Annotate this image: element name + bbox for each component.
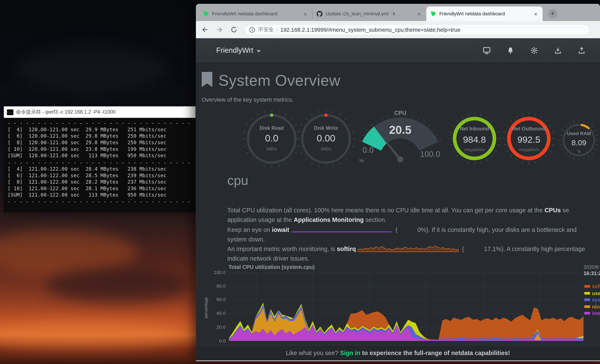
terminal-title: 命令提示符 - iperf3 -c 192.168.1.2 -P4 -t1000	[16, 109, 116, 115]
cpu-gauge-arc	[356, 109, 444, 168]
page-subtitle: Overview of the key system metrics.	[202, 96, 294, 103]
url-text[interactable]: 192.168.2.1:19999/#menu_system_submenu_c…	[280, 27, 460, 33]
import-snapshot-button[interactable]	[546, 38, 570, 63]
legend-item-softirq[interactable]: softirq	[584, 284, 600, 289]
forward-icon	[216, 26, 223, 33]
legend-swatch	[584, 285, 590, 288]
page-title: System Overview	[218, 72, 340, 89]
link-applications-monitoring[interactable]: Applications Monitoring	[294, 216, 364, 223]
terminal-line: [ 10] 121.00-122.00 sec 28.1 MBytes 236 …	[8, 185, 192, 192]
tab-close-icon[interactable]: ×	[416, 11, 422, 17]
netdata-favicon	[430, 11, 436, 17]
gauge-label: Used RAM	[556, 131, 600, 136]
terminal-line: [ 8] 120.00-121.00 sec 29.8 MBytes 250 M…	[8, 139, 192, 146]
terminal-line: - - - - - - - - - - - - - - - - - - - - …	[8, 120, 192, 126]
signin-link[interactable]: Sign in	[340, 350, 360, 356]
cpu-gauge[interactable]: CPU 20.5 0.0 100.0 %	[356, 109, 444, 168]
y-tick: 80.0	[208, 284, 226, 289]
desktop: C:\. 命令提示符 - iperf3 -c 192.168.1.2 -P4 -…	[0, 0, 600, 364]
legend-item-nice[interactable]: nice	[584, 304, 600, 309]
alarms-button[interactable]	[498, 38, 522, 63]
tab-friendlywrt-2-active[interactable]: FriendlyWrt netdata dashboard ×	[426, 7, 543, 21]
terminal-titlebar[interactable]: C:\. 命令提示符 - iperf3 -c 192.168.1.2 -P4 -…	[4, 106, 196, 118]
disk-write-dot	[324, 113, 328, 117]
tab-title: FriendlyWrt netdata dashboard	[212, 11, 299, 16]
security-label: 不安全	[258, 26, 274, 33]
forward-button[interactable]	[214, 24, 225, 35]
url-bar[interactable]: 不安全 192.168.2.1:19999/#menu_system_subme…	[244, 24, 590, 35]
signin-bar: Like what you see? Sign in to experience…	[196, 345, 600, 360]
net-outbound-gauge[interactable]: Net Outbound 992.5 megabits/s	[500, 110, 558, 167]
netdata-favicon	[203, 11, 209, 17]
gauge-max: 100.0	[417, 149, 444, 159]
terminal-window[interactable]: C:\. 命令提示符 - iperf3 -c 192.168.1.2 -P4 -…	[4, 106, 196, 210]
softirq-sparkline	[357, 245, 459, 252]
wallpaper-cloud	[46, 268, 191, 302]
legend-label: iowait	[592, 310, 600, 316]
text-iowait: iowait	[272, 226, 289, 233]
settings-button[interactable]	[522, 38, 546, 63]
legend-label: user	[592, 290, 600, 296]
link-cpus[interactable]: CPUs	[544, 207, 561, 214]
terminal-line: [ 10] 120.00-121.00 sec 23.8 MBytes 199 …	[8, 146, 192, 152]
legend-item-iowait[interactable]: iowait	[584, 310, 600, 316]
disk-read-gauge[interactable]: Disk Read 0.0 MiB/s	[241, 108, 302, 169]
text: section.	[364, 216, 387, 223]
bookmark-icon	[202, 72, 212, 87]
host-name: FriendlyWrt	[216, 46, 253, 55]
tab-close-icon[interactable]: ×	[302, 11, 309, 17]
export-snapshot-button[interactable]	[569, 38, 593, 63]
legend-item-user[interactable]: user	[584, 290, 600, 296]
new-tab-button[interactable]: +	[548, 9, 557, 18]
tab-title: FriendlyWrt netdata dashboard	[439, 11, 530, 16]
section-heading-cpu: cpu	[227, 173, 248, 188]
terminal-line: [SUM] 120.00-121.00 sec 113 MBytes 950 M…	[8, 152, 192, 159]
text: An important metric worth monitoring, is	[227, 246, 337, 252]
terminal-line: [ 4] 120.00-121.00 sec 29.9 MBytes 251 M…	[8, 126, 192, 133]
chevron-down-icon	[257, 50, 260, 52]
tab-close-icon[interactable]: ×	[533, 11, 539, 17]
gauge-label: Disk Read	[241, 125, 302, 131]
net-inbound-gauge[interactable]: Net Inbound 984.8 megabits/s	[446, 110, 503, 167]
print-dashboard-button[interactable]	[474, 38, 498, 63]
chart-title: Total CPU utilization (system.cpu)	[228, 264, 315, 270]
iowait-sparkline	[291, 226, 392, 233]
legend-item-system[interactable]: system	[584, 297, 600, 302]
github-favicon	[316, 11, 323, 17]
text: 17.1%). A constantly high percentage	[484, 246, 585, 252]
signin-suffix: to experience the full-range of netdata …	[360, 350, 510, 356]
host-dropdown[interactable]: FriendlyWrt	[196, 38, 277, 63]
browser-window-edge	[196, 360, 600, 361]
legend-label: system	[592, 297, 600, 302]
text: (	[460, 246, 464, 252]
tab-github[interactable]: Update r2s_lean_minimal.yml · k ×	[313, 7, 426, 21]
text: 0%). If it is constantly high, your disk…	[417, 226, 577, 233]
terminal-line: - - - - - - - - - - - - - - - - - - - - …	[8, 198, 192, 205]
legend-swatch	[584, 292, 590, 294]
disk-write-gauge[interactable]: Disk Write 0.00 MiB/s	[295, 108, 356, 169]
info-icon[interactable]	[249, 27, 255, 33]
reload-button[interactable]	[228, 24, 240, 35]
back-button[interactable]	[199, 24, 210, 35]
monitor-icon	[483, 46, 491, 55]
y-axis-label: percentage	[204, 289, 208, 327]
gauge-label: Disk Write	[295, 125, 356, 131]
used-ram-gauge[interactable]: Used RAM 8.09 %	[556, 117, 600, 163]
browser-window: FriendlyWrt netdata dashboard × Update r…	[196, 4, 600, 360]
chart-date: 2020年3	[584, 264, 600, 271]
terminal-output: - - - - - - - - - - - - - - - - - - - - …	[4, 118, 196, 212]
disk-read-dot	[270, 113, 273, 117]
text: se	[561, 207, 569, 214]
text: (	[394, 226, 397, 233]
wallpaper-cloud	[0, 321, 176, 348]
y-tick: 40.0	[208, 311, 226, 316]
text: Keep an eye on	[227, 226, 272, 233]
gauge-label: Net Outbound	[500, 126, 558, 132]
tab-friendlywrt-1[interactable]: FriendlyWrt netdata dashboard ×	[199, 7, 312, 21]
cpu-utilization-chart[interactable]	[229, 270, 583, 343]
text: application usage at the	[227, 216, 294, 223]
gauge-value: 20.5	[356, 124, 444, 137]
download-icon	[554, 47, 562, 54]
upload-icon	[578, 47, 586, 54]
netdata-navbar: FriendlyWrt	[196, 38, 600, 63]
